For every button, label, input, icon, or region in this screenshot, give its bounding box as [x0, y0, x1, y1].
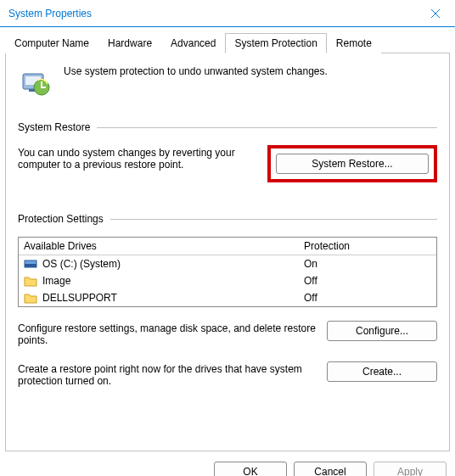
drives-list[interactable]: Available Drives Protection OS (C:) (Sys…	[18, 237, 437, 307]
create-row: Create a restore point right now for the…	[18, 361, 437, 387]
highlight-box: System Restore...	[267, 145, 437, 182]
drive-name: OS (C:) (System)	[42, 258, 121, 270]
tab-advanced[interactable]: Advanced	[161, 33, 225, 53]
col-header-protection: Protection	[304, 240, 431, 252]
drive-name: Image	[42, 275, 70, 287]
intro-row: Use system protection to undo unwanted s…	[18, 65, 437, 99]
disk-icon	[24, 258, 37, 270]
close-icon	[430, 8, 441, 19]
restore-row: You can undo system changes by reverting…	[18, 145, 437, 182]
ok-button[interactable]: OK	[214, 462, 287, 476]
titlebar: System Properties	[0, 0, 455, 27]
folder-icon	[24, 275, 37, 287]
drives-header: Available Drives Protection	[19, 238, 436, 255]
close-button[interactable]	[416, 0, 455, 27]
svg-rect-5	[25, 264, 37, 267]
tab-system-protection[interactable]: System Protection	[225, 33, 326, 53]
create-description: Create a restore point right now for the…	[18, 361, 317, 387]
window-title: System Properties	[0, 8, 92, 20]
tab-panel: Use system protection to undo unwanted s…	[5, 53, 450, 451]
folder-icon	[24, 292, 37, 304]
drive-protection: Off	[304, 292, 431, 304]
drive-name: DELLSUPPORT	[42, 292, 117, 304]
dialog-footer: OK Cancel Apply	[0, 456, 455, 476]
drive-protection: On	[304, 258, 431, 270]
tab-strip: Computer Name Hardware Advanced System P…	[5, 32, 450, 53]
divider	[110, 219, 437, 220]
divider	[97, 127, 437, 128]
tab-remote[interactable]: Remote	[327, 33, 381, 53]
cancel-button[interactable]: Cancel	[294, 462, 367, 476]
system-protection-icon	[18, 65, 52, 99]
drive-row[interactable]: DELLSUPPORT Off	[19, 289, 436, 306]
col-header-drives: Available Drives	[24, 240, 304, 252]
group-label-restore: System Restore	[18, 121, 97, 133]
group-protection-settings: Protection Settings	[18, 213, 437, 225]
group-label-protection: Protection Settings	[18, 213, 110, 225]
tab-hardware[interactable]: Hardware	[98, 33, 161, 53]
drive-row[interactable]: OS (C:) (System) On	[19, 255, 436, 272]
intro-text: Use system protection to undo unwanted s…	[64, 65, 328, 77]
drive-protection: Off	[304, 275, 431, 287]
tab-computer-name[interactable]: Computer Name	[5, 33, 98, 53]
create-button[interactable]: Create...	[327, 361, 437, 382]
configure-row: Configure restore settings, manage disk …	[18, 321, 437, 346]
configure-button[interactable]: Configure...	[327, 321, 437, 341]
group-system-restore: System Restore	[18, 121, 437, 133]
configure-description: Configure restore settings, manage disk …	[18, 321, 317, 346]
apply-button: Apply	[374, 462, 447, 476]
system-restore-button[interactable]: System Restore...	[276, 154, 429, 174]
drive-row[interactable]: Image Off	[19, 272, 436, 289]
restore-description: You can undo system changes by reverting…	[18, 145, 257, 171]
